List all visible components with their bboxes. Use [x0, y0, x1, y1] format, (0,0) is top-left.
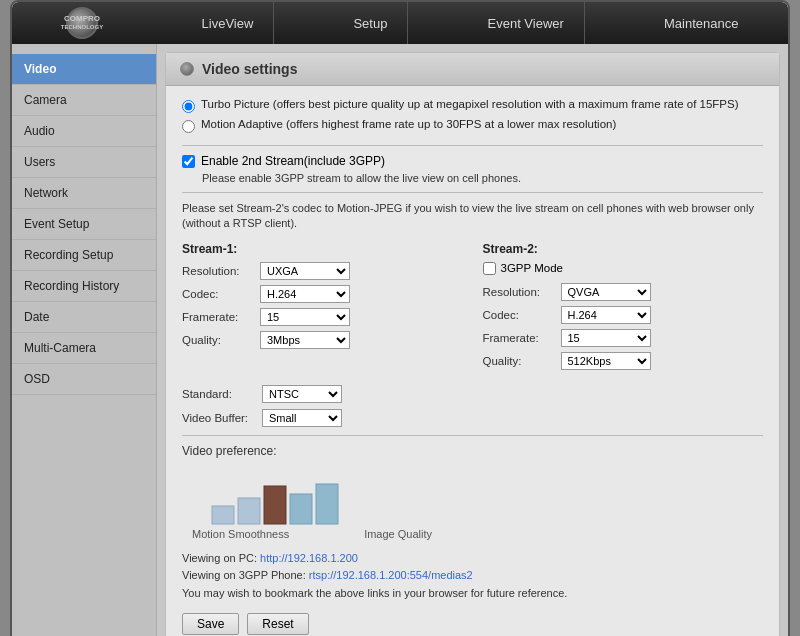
buffer-row: Video Buffer: Small Medium Large [182, 409, 763, 427]
settings-body: Turbo Picture (offers best picture quali… [166, 86, 779, 636]
stream2-title: Stream-2: [483, 242, 764, 256]
stream1-resolution-label: Resolution: [182, 265, 254, 277]
divider1 [182, 145, 763, 146]
divider2 [182, 192, 763, 193]
stream1-title: Stream-1: [182, 242, 463, 256]
slider-graphic [192, 464, 432, 524]
turbo-picture-radio[interactable] [182, 100, 195, 113]
section-title: Video settings [202, 61, 297, 77]
3gpp-link[interactable]: rtsp://192.168.1.200:554/medias2 [309, 569, 473, 581]
divider3 [182, 435, 763, 436]
sidebar-item-network[interactable]: Network [12, 178, 156, 209]
stream2-framerate-select[interactable]: 15 [561, 329, 651, 347]
sidebar: Video Camera Audio Users Network Event S… [12, 44, 157, 636]
stream1-codec-label: Codec: [182, 288, 254, 300]
sidebar-item-multi-camera[interactable]: Multi-Camera [12, 333, 156, 364]
stream1-framerate-select[interactable]: 15 [260, 308, 350, 326]
preference-chart [192, 464, 432, 529]
note-3gpp: Please enable 3GPP stream to allow the l… [202, 172, 763, 184]
stream1-framerate-label: Framerate: [182, 311, 254, 323]
stream2-quality-select[interactable]: 512Kbps [561, 352, 651, 370]
pc-link[interactable]: http://192.168.1.200 [260, 552, 358, 564]
tab-maintenance[interactable]: Maintenance [644, 2, 758, 44]
stream1-codec-select[interactable]: H.264 [260, 285, 350, 303]
motion-adaptive-radio[interactable] [182, 120, 195, 133]
stream1-codec-row: Codec: H.264 [182, 285, 463, 303]
stream2-framerate-row: Framerate: 15 [483, 329, 764, 347]
slider-labels: Motion Smoothness Image Quality [192, 528, 432, 540]
svg-rect-0 [212, 506, 234, 524]
stream1-quality-label: Quality: [182, 334, 254, 346]
buttons-row: Save Reset [182, 613, 763, 635]
sidebar-item-recording-setup[interactable]: Recording Setup [12, 240, 156, 271]
standard-select[interactable]: NTSC PAL [262, 385, 342, 403]
video-preference-label: Video preference: [182, 444, 763, 458]
tab-setup[interactable]: Setup [333, 2, 408, 44]
header: COMPRO TECHNOLOGY LiveView Setup Event V… [12, 2, 788, 44]
sidebar-item-video[interactable]: Video [12, 54, 156, 85]
sidebar-item-audio[interactable]: Audio [12, 116, 156, 147]
stream2-quality-label: Quality: [483, 355, 555, 367]
sidebar-item-osd[interactable]: OSD [12, 364, 156, 395]
nav-tabs: LiveView Setup Event Viewer Maintenance [152, 2, 788, 44]
stream2-section: Stream-2: 3GPP Mode Resolution: QVGA [483, 242, 764, 375]
motion-smoothness-label: Motion Smoothness [192, 528, 289, 540]
buffer-select[interactable]: Small Medium Large [262, 409, 342, 427]
stream1-framerate-row: Framerate: 15 [182, 308, 463, 326]
stream2-resolution-row: Resolution: QVGA [483, 283, 764, 301]
logo-icon: COMPRO TECHNOLOGY [66, 7, 98, 39]
main-window: COMPRO TECHNOLOGY LiveView Setup Event V… [10, 0, 790, 636]
motion-adaptive-option[interactable]: Motion Adaptive (offers highest frame ra… [182, 118, 763, 133]
stream2-resolution-label: Resolution: [483, 286, 555, 298]
3gpp-link-prefix: Viewing on 3GPP Phone: [182, 569, 306, 581]
save-button[interactable]: Save [182, 613, 239, 635]
enable-2nd-stream-label: Enable 2nd Stream(include 3GPP) [201, 154, 385, 168]
image-quality-label: Image Quality [364, 528, 432, 540]
threegpp-mode-checkbox[interactable] [483, 262, 496, 275]
stream1-quality-select[interactable]: 3Mbps [260, 331, 350, 349]
main-content: Video settings Turbo Picture (offers bes… [165, 52, 780, 636]
reset-button[interactable]: Reset [247, 613, 308, 635]
enable-2nd-stream-checkbox[interactable] [182, 155, 195, 168]
sidebar-item-camera[interactable]: Camera [12, 85, 156, 116]
sidebar-item-recording-history[interactable]: Recording History [12, 271, 156, 302]
stream1-quality-row: Quality: 3Mbps [182, 331, 463, 349]
stream2-quality-row: Quality: 512Kbps [483, 352, 764, 370]
enable-2nd-stream-row: Enable 2nd Stream(include 3GPP) [182, 154, 763, 168]
section-dot-icon [180, 62, 194, 76]
tab-liveview[interactable]: LiveView [182, 2, 275, 44]
standard-row: Standard: NTSC PAL [182, 385, 763, 403]
stream2-framerate-label: Framerate: [483, 332, 555, 344]
svg-rect-3 [290, 494, 312, 524]
content-area: Video Camera Audio Users Network Event S… [12, 44, 788, 636]
section-header: Video settings [166, 53, 779, 86]
standard-label: Standard: [182, 388, 254, 400]
stream1-resolution-select[interactable]: UXGA [260, 262, 350, 280]
sidebar-item-event-setup[interactable]: Event Setup [12, 209, 156, 240]
stream1-section: Stream-1: Resolution: UXGA Codec: H.264 [182, 242, 463, 375]
streams-container: Stream-1: Resolution: UXGA Codec: H.264 [182, 242, 763, 375]
links-section: Viewing on PC: http://192.168.1.200 View… [182, 550, 763, 603]
svg-rect-2 [264, 486, 286, 524]
stream2-codec-row: Codec: H.264 [483, 306, 764, 324]
stream2-codec-select[interactable]: H.264 [561, 306, 651, 324]
3gpp-link-row: Viewing on 3GPP Phone: rtsp://192.168.1.… [182, 567, 763, 585]
tab-event-viewer[interactable]: Event Viewer [468, 2, 585, 44]
stream2-codec-label: Codec: [483, 309, 555, 321]
picture-mode-group: Turbo Picture (offers best picture quali… [182, 98, 763, 133]
sidebar-item-date[interactable]: Date [12, 302, 156, 333]
svg-rect-4 [316, 484, 338, 524]
logo-area: COMPRO TECHNOLOGY [12, 7, 152, 39]
svg-rect-1 [238, 498, 260, 524]
pc-link-prefix: Viewing on PC: [182, 552, 257, 564]
stream1-resolution-row: Resolution: UXGA [182, 262, 463, 280]
sidebar-item-users[interactable]: Users [12, 147, 156, 178]
logo-text: COMPRO TECHNOLOGY [61, 15, 103, 30]
threegpp-mode-label: 3GPP Mode [501, 262, 563, 274]
info-text: Please set Stream-2's codec to Motion-JP… [182, 201, 763, 232]
turbo-picture-option[interactable]: Turbo Picture (offers best picture quali… [182, 98, 763, 113]
bookmark-note: You may wish to bookmark the above links… [182, 585, 763, 603]
stream2-resolution-select[interactable]: QVGA [561, 283, 651, 301]
buffer-label: Video Buffer: [182, 412, 254, 424]
slider-area: Motion Smoothness Image Quality [192, 464, 763, 540]
